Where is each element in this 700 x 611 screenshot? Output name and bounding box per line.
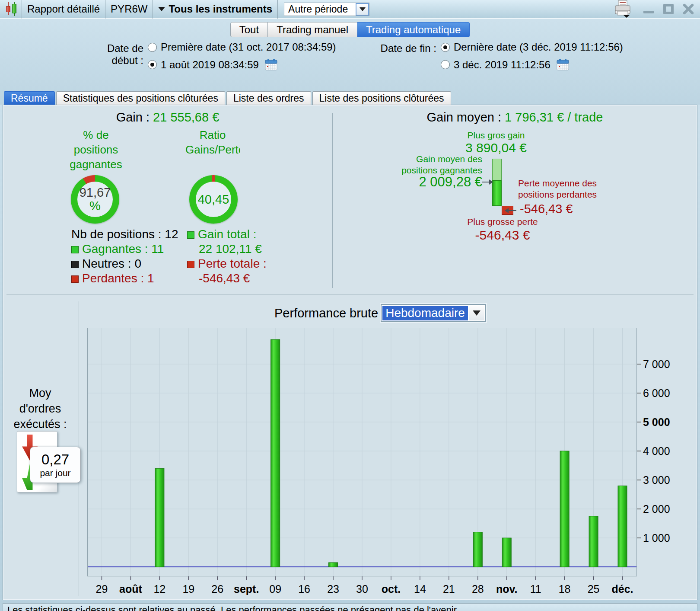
tab-trading-automatique[interactable]: Trading automatique xyxy=(357,22,470,37)
radio-selected-icon[interactable] xyxy=(441,43,450,52)
performance-section: Moy d'ordres exécutés : 0,27 par jour Pe… xyxy=(3,294,697,600)
instrument-scope-dropdown[interactable]: Tous les instruments xyxy=(153,0,278,19)
svg-text:4 000: 4 000 xyxy=(643,445,670,457)
ratio-label: Ratio Gains/Pertes xyxy=(185,128,240,157)
ratio-value: 40,45 xyxy=(198,193,229,206)
window-title: Rapport détaillé xyxy=(22,0,105,19)
radio-selected-icon[interactable] xyxy=(148,60,157,69)
biggest-gain-value: 3 890,04 € xyxy=(431,141,561,155)
calendar-icon[interactable] xyxy=(556,58,570,71)
biggest-loss-value: -546,43 € xyxy=(438,228,567,243)
gain-heading: Gain : 21 555,68 € xyxy=(3,110,332,125)
svg-text:août: août xyxy=(119,583,142,595)
instrument-code: PYR6W xyxy=(105,0,153,19)
loss-total-label: Perte totale : xyxy=(187,256,267,271)
tab-tout[interactable]: Tout xyxy=(230,22,268,37)
averages-panel: Gain moyen : 1 796,31 € / trade Plus gro… xyxy=(333,105,697,294)
start-custom-date-option[interactable]: 1 août 2019 08:34:59 xyxy=(148,58,278,71)
date-filter-area: Date de début : Première date (31 oct. 2… xyxy=(0,40,700,85)
bar-chart-svg: 1 0002 0003 0004 0005 0006 0007 00029aoû… xyxy=(87,328,678,598)
end-last-date-option[interactable]: Dernière date (3 déc. 2019 11:12:56) xyxy=(441,41,623,53)
svg-text:oct.: oct. xyxy=(382,583,401,595)
maximize-button[interactable] xyxy=(662,3,675,16)
title-bar: Rapport détaillé PYR6W Tous les instrume… xyxy=(0,0,700,19)
mode-tab-group: Tout Trading manuel Trading automatique xyxy=(230,22,470,37)
radio-unselected-icon[interactable] xyxy=(148,43,157,52)
app-logo xyxy=(2,0,22,19)
end-custom-date-option[interactable]: 3 déc. 2019 11:12:56 xyxy=(441,58,570,71)
orders-average-label: Moy d'ordres exécutés : xyxy=(5,385,76,432)
svg-text:16: 16 xyxy=(298,583,310,595)
svg-text:12: 12 xyxy=(153,583,165,595)
tab-trading-manuel[interactable]: Trading manuel xyxy=(268,22,357,37)
report-content: Gain : 21 555,68 € % de positions gagnan… xyxy=(3,105,697,600)
loss-total-value: -546,43 € xyxy=(187,271,267,286)
minimize-button[interactable] xyxy=(642,3,655,16)
avg-gain-bar-upper xyxy=(492,159,502,180)
nb-positions: Nb de positions : 12 xyxy=(71,227,178,242)
gain-total-label: Gain total : xyxy=(187,227,267,242)
status-bar: Les statistiques ci-dessus sont relative… xyxy=(3,603,697,611)
status-text: Les statistiques ci-dessus sont relative… xyxy=(7,605,459,611)
summary-section: Gain : 21 555,68 € % de positions gagnan… xyxy=(3,105,697,294)
candlestick-logo-icon xyxy=(5,2,18,16)
losers-stat: Perdantes : 1 xyxy=(71,271,178,286)
svg-text:18: 18 xyxy=(559,583,571,595)
chart-title: Performance brute xyxy=(274,306,378,320)
avg-loss-label: Perte moyenne des positions perdantes xyxy=(518,178,597,200)
tab-resume[interactable]: Résumé xyxy=(4,91,55,105)
red-square-icon xyxy=(71,275,79,283)
biggest-gain-label: Plus gros gain xyxy=(431,130,561,141)
svg-text:5 000: 5 000 xyxy=(643,416,670,428)
svg-text:26: 26 xyxy=(211,583,223,595)
avg-win-value: 2 009,28 € xyxy=(353,174,482,190)
svg-text:3 000: 3 000 xyxy=(643,474,670,486)
svg-text:sept.: sept. xyxy=(234,583,259,595)
green-square-icon xyxy=(187,231,194,239)
chart-period-dropdown[interactable]: Hebdomadaire xyxy=(381,304,486,322)
svg-text:7 000: 7 000 xyxy=(643,358,670,370)
winner-pct-value: 91,67 xyxy=(80,186,111,199)
svg-text:nov.: nov. xyxy=(496,583,518,595)
totals-stats: Gain total : 22 102,11 € Perte totale : … xyxy=(187,227,267,286)
svg-text:21: 21 xyxy=(443,583,455,595)
svg-text:déc.: déc. xyxy=(612,583,633,595)
avg-loss-value: -546,43 € xyxy=(520,202,573,216)
printer-icon xyxy=(612,0,635,18)
radio-unselected-icon[interactable] xyxy=(441,60,450,69)
start-first-date-option[interactable]: Première date (31 oct. 2017 08:34:59) xyxy=(148,41,336,53)
orders-average-value: 0,27 xyxy=(41,451,69,468)
svg-text:11: 11 xyxy=(530,583,541,595)
winner-pct-label: % de positions gagnantes xyxy=(69,128,123,172)
end-date-label: Date de fin : xyxy=(379,42,436,54)
svg-text:6 000: 6 000 xyxy=(643,387,670,399)
calendar-icon[interactable] xyxy=(264,58,278,71)
close-button[interactable] xyxy=(682,3,695,16)
tab-liste-positions[interactable]: Liste des positions clôturées xyxy=(312,91,451,105)
arrow-left-icon xyxy=(509,210,516,211)
green-square-icon xyxy=(71,246,79,253)
neutral-stat: Neutres : 0 xyxy=(71,256,178,271)
svg-text:25: 25 xyxy=(588,583,600,595)
chart-period-value: Hebdomadaire xyxy=(382,306,468,320)
dropdown-arrow-button[interactable] xyxy=(469,306,484,320)
tab-liste-ordres[interactable]: Liste des ordres xyxy=(226,91,311,105)
winner-pct-donut: 91,67 % xyxy=(71,175,119,224)
print-button[interactable] xyxy=(612,0,635,18)
tab-statistiques-positions[interactable]: Statistiques des positions clôturées xyxy=(56,91,225,105)
dropdown-arrow-button[interactable] xyxy=(356,3,369,16)
period-dropdown[interactable]: Autre période xyxy=(284,3,369,16)
red-square-icon xyxy=(187,261,194,268)
gain-value: 21 555,68 € xyxy=(153,110,219,124)
gain-total-value: 22 102,11 € xyxy=(187,242,267,256)
report-window: Rapport détaillé PYR6W Tous les instrume… xyxy=(0,0,700,611)
svg-text:2 000: 2 000 xyxy=(643,503,670,515)
positions-stats: Nb de positions : 12 Gagnantes : 11 Neut… xyxy=(71,227,178,286)
biggest-loss-label: Plus grosse perte xyxy=(438,217,567,227)
svg-text:30: 30 xyxy=(356,583,368,595)
ratio-donut: 40,45 xyxy=(189,175,238,224)
gain-moyen-heading: Gain moyen : 1 796,31 € / trade xyxy=(333,110,697,125)
window-controls xyxy=(642,3,695,16)
report-tab-strip: Résumé Statistiques des positions clôtur… xyxy=(0,91,700,105)
start-date-label: Date de début : xyxy=(86,42,143,67)
